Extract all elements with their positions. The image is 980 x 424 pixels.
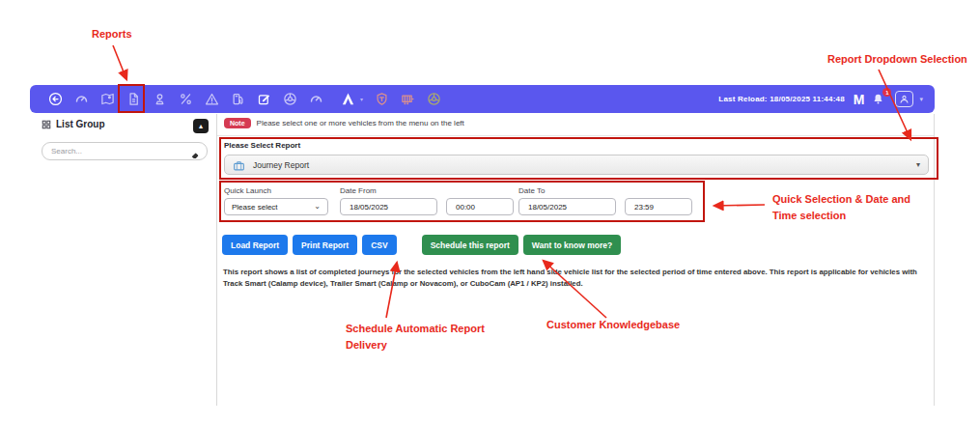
report-dropdown-caret-icon: ▾ — [916, 160, 920, 169]
brand-a-caret-icon: ▾ — [360, 96, 363, 102]
quick-launch-label: Quick Launch — [224, 186, 328, 195]
annotation-knowledgebase: Customer Knowledgebase — [546, 317, 680, 333]
note-row: Note Please select one or more vehicles … — [224, 118, 464, 128]
sidebar-title: List Group — [56, 119, 105, 129]
last-reload-text: Last Reload: 18/05/2025 11:44:48 — [718, 95, 844, 103]
date-from-group: Date From — [340, 186, 437, 215]
wheel-olive-icon[interactable] — [426, 92, 441, 107]
report-content-panel: Note Please select one or more vehicles … — [217, 114, 935, 406]
schedule-report-button[interactable]: Schedule this report — [422, 235, 518, 255]
date-to-field-wrap — [518, 198, 616, 215]
date-to-input[interactable] — [526, 202, 608, 212]
selected-report-value: Journey Report — [253, 160, 309, 170]
fuel-pump-icon[interactable] — [230, 92, 245, 107]
time-from-group — [446, 198, 514, 215]
quick-launch-select[interactable]: Please select ⌄ — [224, 198, 328, 215]
clear-search-eraser-icon[interactable] — [190, 147, 200, 156]
date-from-label: Date From — [340, 186, 437, 195]
quick-launch-caret-icon: ⌄ — [314, 203, 321, 211]
annotation-report-dropdown: Report Dropdown Selection — [827, 51, 967, 68]
percent-icon[interactable] — [178, 92, 193, 107]
reports-icon[interactable] — [126, 92, 141, 107]
load-report-button[interactable]: Load Report — [222, 235, 288, 255]
report-dropdown[interactable]: Journey Report ▾ — [224, 155, 929, 175]
annotation-schedule-line1: Schedule Automatic Report — [346, 321, 485, 337]
user-menu-caret-icon[interactable]: ▾ — [919, 96, 923, 103]
journey-report-briefcase-icon — [233, 158, 245, 171]
know-more-button[interactable]: Want to know more? — [523, 235, 621, 255]
app-page: ▾ Last Reload: 18/05/2025 11:44:48 M 1 ▾ — [0, 0, 980, 424]
annotation-schedule-line2: Delivery — [346, 337, 485, 353]
trailer-icon[interactable] — [400, 92, 415, 107]
notifications-bell-icon[interactable]: 1 — [872, 92, 886, 106]
annotation-quick-selection: Quick Selection & Date and Time selectio… — [772, 191, 910, 224]
list-group-grid-icon — [42, 120, 51, 129]
toolbar-right-cluster: Last Reload: 18/05/2025 11:44:48 M 1 ▾ — [718, 91, 923, 107]
time-to-group — [625, 198, 692, 215]
user-account-icon[interactable] — [895, 91, 913, 107]
location-pin-icon[interactable] — [152, 92, 167, 107]
top-toolbar: ▾ Last Reload: 18/05/2025 11:44:48 M 1 ▾ — [30, 85, 935, 113]
date-to-group: Date To — [518, 186, 616, 215]
annotation-schedule: Schedule Automatic Report Delivery — [346, 321, 485, 353]
time-from-input[interactable] — [454, 202, 506, 212]
date-from-input[interactable] — [348, 202, 430, 212]
annotation-quick-selection-line2: Time selection — [772, 208, 910, 224]
search-input[interactable] — [49, 146, 190, 156]
note-text: Please select one or more vehicles from … — [257, 119, 464, 127]
notification-count-badge: 1 — [882, 88, 891, 97]
brand-m-logo-icon[interactable]: M — [854, 92, 864, 107]
csv-button[interactable]: CSV — [362, 235, 396, 255]
back-icon[interactable] — [47, 92, 63, 107]
map-route-icon[interactable] — [99, 92, 115, 107]
sidebar-search-box — [42, 142, 208, 160]
note-divider — [217, 135, 934, 136]
vehicle-list-sidebar: List Group ▴ — [36, 114, 217, 406]
quick-launch-group: Quick Launch Please select ⌄ — [224, 186, 328, 215]
select-report-label: Please Select Report — [224, 141, 300, 150]
dashboard-gauge-icon[interactable] — [73, 92, 89, 107]
time-from-field-wrap — [446, 198, 514, 215]
edit-icon[interactable] — [256, 92, 271, 107]
steering-wheel-icon[interactable] — [282, 92, 297, 107]
brand-a-icon[interactable] — [340, 92, 355, 107]
warning-triangle-icon[interactable] — [204, 92, 219, 107]
date-from-field-wrap — [340, 198, 437, 215]
annotation-quick-selection-line1: Quick Selection & Date and — [772, 191, 910, 208]
arrow-reports — [113, 45, 126, 79]
report-description: This report shows a list of completed jo… — [223, 267, 935, 290]
print-report-button[interactable]: Print Report — [293, 235, 357, 255]
quick-launch-row: Quick Launch Please select ⌄ Date From D… — [224, 186, 692, 215]
time-to-field-wrap — [625, 198, 692, 215]
date-to-label: Date To — [518, 186, 616, 195]
time-to-input[interactable] — [632, 202, 685, 212]
annotation-reports: Reports — [92, 26, 132, 42]
sidebar-collapse-button[interactable]: ▴ — [193, 119, 209, 133]
shield-icon[interactable] — [374, 92, 389, 107]
speedometer-icon[interactable] — [308, 92, 323, 107]
report-buttons-row: Load Report Print Report CSV Schedule th… — [222, 235, 621, 255]
note-badge: Note — [224, 118, 251, 128]
sidebar-header: List Group — [42, 119, 105, 129]
quick-launch-value: Please select — [232, 203, 278, 212]
